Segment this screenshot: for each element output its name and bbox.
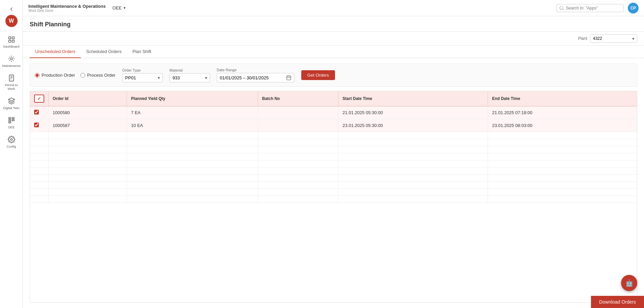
- order-type-label: Order Type: [122, 68, 163, 72]
- cell-order-id-1: 1000580: [49, 106, 127, 119]
- svg-rect-13: [12, 120, 14, 121]
- order-type-field: Order Type PP01 PP02 PP03: [122, 68, 163, 82]
- date-range-wrap[interactable]: [217, 73, 294, 82]
- app-logo: W: [5, 15, 18, 27]
- sidebar-item-maintenance-label: Maintenance: [2, 64, 20, 68]
- search-input[interactable]: [566, 6, 617, 10]
- table-row-empty: [30, 153, 637, 160]
- header-checkbox-cell: ✓: [30, 91, 49, 106]
- page-title: Shift Planning: [30, 21, 637, 28]
- cell-start-date-1: 21.01.2025 05:30:00: [338, 106, 488, 119]
- row-checkbox-2[interactable]: [34, 123, 39, 127]
- cell-planned-yield-2: 10 EA: [127, 119, 258, 132]
- plant-select-wrap: 4322: [590, 34, 637, 43]
- material-select[interactable]: 933 934 935: [170, 73, 210, 82]
- order-type-select[interactable]: PP01 PP02 PP03: [122, 73, 163, 82]
- search-box[interactable]: [556, 4, 624, 12]
- sidebar-item-permit[interactable]: Permit to Work: [0, 71, 23, 94]
- sidebar-item-config-label: Config: [7, 145, 16, 148]
- table-row-empty: [30, 160, 637, 168]
- radio-group: Production Order Process Order: [35, 73, 115, 78]
- sidebar-item-dashboard-label: DashBoard: [3, 45, 20, 48]
- svg-rect-17: [287, 76, 291, 80]
- filter-row: Production Order Process Order Order Typ…: [30, 63, 637, 87]
- tab-unscheduled[interactable]: Unscheduled Orders: [30, 46, 81, 58]
- cell-end-date-1: 21.01.2025 07:18:00: [488, 106, 637, 119]
- download-bar: Download Orders: [591, 296, 644, 308]
- page: Shift Planning Plant 4322 Unscheduled Or…: [23, 16, 644, 308]
- get-orders-button[interactable]: Get Orders: [301, 70, 335, 80]
- svg-rect-5: [9, 75, 14, 81]
- col-start-date: Start Date Time: [338, 91, 488, 106]
- table-row: 1000580 7 EA 21.01.2025 05:30:00 21.01.2…: [30, 106, 637, 119]
- table-row-empty: [30, 132, 637, 139]
- row-checkbox-cell-2[interactable]: [30, 119, 49, 132]
- col-end-date: End Date Time: [488, 91, 637, 106]
- module-name: OEE: [112, 5, 122, 10]
- svg-rect-9: [8, 118, 10, 119]
- main-area: Intelligent Maintenance & Operations Wor…: [23, 0, 644, 308]
- svg-rect-11: [8, 122, 10, 123]
- sidebar-item-digital-twin[interactable]: Digital Twin: [0, 94, 23, 113]
- download-orders-button[interactable]: Download Orders: [599, 299, 636, 305]
- table-row-empty: [30, 139, 637, 146]
- material-select-wrap: 933 934 935: [170, 73, 210, 82]
- module-selector[interactable]: OEE ▾: [112, 5, 126, 10]
- radio-production-label: Production Order: [42, 73, 75, 78]
- table-row: 1000587 10 EA 23.01.2025 05:30:00 23.01.…: [30, 119, 637, 132]
- sidebar-nav: DashBoard Maintenance Permit to Work Dig…: [0, 32, 23, 152]
- sidebar-item-oee[interactable]: OEE: [0, 113, 23, 132]
- svg-point-4: [10, 58, 12, 60]
- table-row-empty: [30, 168, 637, 175]
- topbar: Intelligent Maintenance & Operations Wor…: [23, 0, 644, 16]
- sidebar-item-dashboard[interactable]: DashBoard: [0, 32, 23, 52]
- content: Production Order Process Order Order Typ…: [23, 58, 644, 308]
- back-button[interactable]: [0, 3, 23, 15]
- header-checkbox[interactable]: ✓: [34, 95, 44, 103]
- row-checkbox-1[interactable]: [34, 110, 39, 114]
- date-range-field: Date Range: [217, 68, 294, 82]
- radio-production[interactable]: Production Order: [35, 73, 75, 78]
- svg-point-14: [10, 138, 12, 140]
- app-name: Intelligent Maintenance & Operations: [28, 4, 106, 9]
- fab-button[interactable]: 🤖: [621, 275, 637, 291]
- sidebar-item-oee-label: OEE: [8, 125, 15, 129]
- sidebar-item-permit-label: Permit to Work: [1, 83, 21, 91]
- svg-rect-2: [8, 40, 10, 42]
- cell-order-id-2: 1000587: [49, 119, 127, 132]
- cell-batch-no-2: [258, 119, 338, 132]
- table-body: 1000580 7 EA 21.01.2025 05:30:00 21.01.2…: [30, 106, 637, 203]
- radio-process[interactable]: Process Order: [80, 73, 115, 78]
- material-field: Material 933 934 935: [170, 68, 210, 82]
- material-label: Material: [170, 68, 210, 72]
- header-check-icon: ✓: [37, 96, 41, 101]
- radio-production-input[interactable]: [35, 73, 40, 78]
- radio-process-label: Process Order: [87, 73, 115, 78]
- tab-scheduled[interactable]: Scheduled Orders: [81, 46, 127, 58]
- sidebar-item-digital-twin-label: Digital Twin: [3, 106, 19, 110]
- date-range-input[interactable]: [220, 75, 284, 80]
- table-header-row: ✓ Order Id Planned Yield Qty Batch No St…: [30, 91, 637, 106]
- orders-table-wrap: ✓ Order Id Planned Yield Qty Batch No St…: [30, 91, 637, 303]
- table-row-empty: [30, 146, 637, 153]
- radio-process-input[interactable]: [80, 73, 85, 78]
- avatar[interactable]: CP: [628, 3, 639, 14]
- orders-table: ✓ Order Id Planned Yield Qty Batch No St…: [30, 91, 637, 203]
- cell-end-date-2: 23.01.2025 08:03:00: [488, 119, 637, 132]
- col-order-id: Order Id: [49, 91, 127, 106]
- plant-label: Plant: [578, 36, 587, 41]
- cell-start-date-2: 23.01.2025 05:30:00: [338, 119, 488, 132]
- row-checkbox-cell-1[interactable]: [30, 106, 49, 119]
- sidebar-item-config[interactable]: Config: [0, 132, 23, 152]
- date-range-label: Date Range: [217, 68, 294, 72]
- sidebar-item-maintenance[interactable]: Maintenance: [0, 52, 23, 71]
- tab-plan-shift[interactable]: Plan Shift: [127, 46, 157, 58]
- tabs: Unscheduled Orders Scheduled Orders Plan…: [23, 46, 644, 58]
- table-row-empty: [30, 196, 637, 203]
- module-chevron: ▾: [124, 6, 126, 10]
- page-header: Shift Planning: [23, 16, 644, 32]
- col-batch-no: Batch No: [258, 91, 338, 106]
- svg-rect-1: [12, 37, 14, 39]
- app-info: Intelligent Maintenance & Operations Wor…: [28, 4, 106, 12]
- plant-select[interactable]: 4322: [590, 34, 637, 43]
